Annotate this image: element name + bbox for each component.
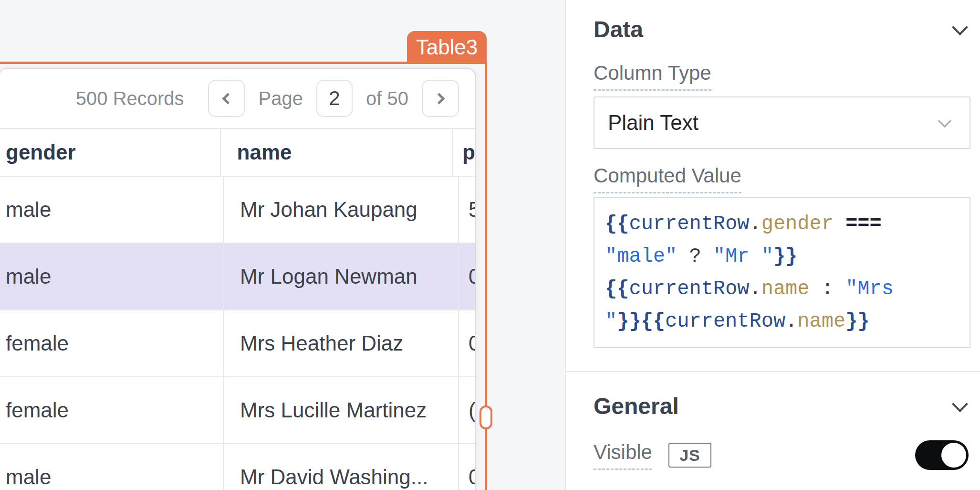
code-line: {{currentRow.name : "Mrs [605, 273, 965, 305]
general-section-title: General [594, 393, 679, 419]
page-label: Page [259, 88, 303, 109]
table-cell[interactable]: (4 [459, 377, 475, 443]
table-cell[interactable]: 0 [459, 310, 475, 376]
computed-value-editor[interactable]: {{currentRow.gender ==="male" ? "Mr "}}{… [594, 197, 970, 348]
general-section-header[interactable]: General [594, 393, 970, 419]
js-toggle-badge[interactable]: JS [668, 443, 711, 468]
table-toolbar: 500 Records Page of 50 [0, 69, 475, 128]
records-count: 500 Records [76, 88, 184, 109]
column-type-select[interactable]: Plain Text [594, 96, 970, 149]
table-cell[interactable]: 0 [459, 244, 475, 309]
table-cell[interactable]: 5 [459, 177, 475, 243]
chevron-left-icon [222, 93, 234, 104]
prev-page-button[interactable] [208, 80, 245, 117]
code-line: {{currentRow.gender === [605, 208, 965, 240]
table-cell[interactable]: male [0, 444, 224, 490]
table-cell[interactable]: male [0, 177, 224, 243]
selected-widget-tab[interactable]: Table3 [407, 31, 487, 64]
table-cell[interactable]: Mrs Heather Diaz [224, 310, 459, 376]
table-cell[interactable]: Mr Logan Newman [224, 244, 459, 309]
chevron-right-icon [433, 93, 445, 104]
table-row[interactable]: femaleMrs Heather Diaz0 [0, 310, 475, 377]
page-input[interactable] [316, 80, 353, 117]
visible-setting-row: Visible JS [594, 440, 970, 470]
table-cell[interactable]: 0 [459, 444, 475, 490]
resize-handle[interactable] [480, 405, 492, 429]
table-widget: 500 Records Page of 50 gender name p mal… [0, 68, 476, 490]
chevron-down-icon [952, 396, 968, 412]
table-cell[interactable]: female [0, 310, 224, 376]
code-line: "}}{{currentRow.name}} [605, 305, 965, 338]
column-header-p[interactable]: p [453, 129, 475, 176]
next-page-button[interactable] [422, 80, 459, 117]
table-cell[interactable]: Mr Johan Kaupang [224, 177, 459, 243]
table-row[interactable]: maleMr Johan Kaupang5 [0, 177, 475, 244]
page-total-label: of 50 [366, 88, 408, 109]
code-line: "male" ? "Mr "}} [605, 240, 965, 273]
table-cell[interactable]: Mrs Lucille Martinez [224, 377, 459, 443]
computed-value-label: Computed Value [594, 164, 970, 193]
column-header-name[interactable]: name [221, 129, 453, 176]
column-type-label: Column Type [594, 62, 970, 91]
visible-toggle[interactable] [915, 440, 969, 470]
table-row[interactable]: maleMr David Washing...0 [0, 444, 475, 490]
chevron-down-icon [952, 19, 968, 35]
column-type-value: Plain Text [608, 111, 699, 135]
table-cell[interactable]: female [0, 377, 224, 443]
table-cell[interactable]: Mr David Washing... [224, 444, 459, 490]
visible-label: Visible [594, 441, 652, 470]
chevron-down-icon [938, 114, 951, 128]
table-body: maleMr Johan Kaupang5maleMr Logan Newman… [0, 177, 475, 490]
table-header: gender name p [0, 128, 475, 177]
column-header-gender[interactable]: gender [0, 129, 221, 176]
table-cell[interactable]: male [0, 244, 224, 309]
toggle-knob [941, 443, 966, 468]
table-row[interactable]: femaleMrs Lucille Martinez(4 [0, 377, 475, 444]
section-divider [566, 371, 980, 372]
table-row[interactable]: maleMr Logan Newman0 [0, 244, 475, 310]
properties-panel: Data Column Type Plain Text Computed Val… [565, 0, 980, 490]
selection-border-top [0, 62, 487, 64]
data-section-title: Data [594, 16, 643, 43]
data-section-header[interactable]: Data [594, 16, 970, 43]
